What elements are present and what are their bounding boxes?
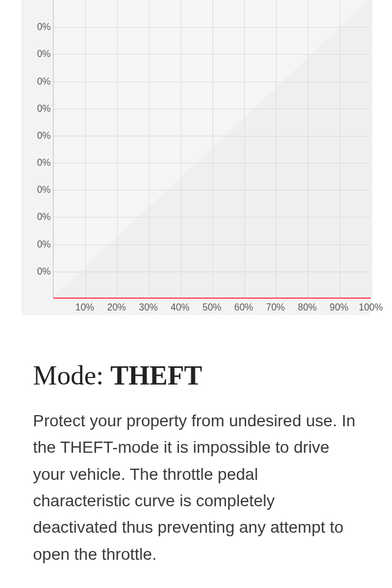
chart-grid-horizontal — [54, 136, 371, 136]
chart-x-tick-label: 80% — [298, 302, 317, 313]
chart-plot-area — [53, 0, 371, 299]
chart-series-line — [54, 298, 371, 299]
mode-heading-prefix: Mode: — [33, 360, 111, 390]
chart-grid-horizontal — [54, 54, 371, 55]
chart-y-tick-label: 0% — [21, 212, 51, 222]
chart-grid-vertical — [340, 0, 340, 298]
chart-x-tick-label: 10% — [75, 302, 94, 313]
chart-grid-horizontal — [54, 245, 371, 245]
throttle-chart: 10%20%30%40%50%60%70%80%90%100%0%0%0%0%0… — [21, 0, 371, 315]
chart-grid-vertical — [371, 0, 372, 298]
chart-y-tick-label: 0% — [21, 49, 51, 59]
chart-x-tick-label: 70% — [266, 302, 285, 313]
chart-grid-horizontal — [54, 82, 371, 82]
chart-grid-vertical — [181, 0, 181, 298]
chart-grid-vertical — [149, 0, 150, 298]
chart-grid-vertical — [276, 0, 277, 298]
chart-y-tick-label: 0% — [21, 158, 51, 168]
chart-grid-horizontal — [54, 109, 371, 109]
chart-y-tick-label: 0% — [21, 131, 51, 141]
chart-grid-horizontal — [54, 163, 371, 163]
chart-x-tick-label: 30% — [139, 302, 158, 313]
chart-x-tick-label: 40% — [171, 302, 190, 313]
chart-x-tick-label: 90% — [330, 302, 348, 313]
chart-grid-vertical — [212, 0, 213, 298]
chart-y-tick-label: 0% — [21, 239, 51, 250]
chart-y-tick-label: 0% — [21, 185, 51, 195]
chart-x-tick-label: 50% — [202, 302, 221, 313]
chart-x-tick-label: 20% — [107, 302, 126, 313]
mode-heading-value: THEFT — [111, 360, 202, 390]
chart-grid-horizontal — [54, 27, 371, 28]
mode-heading: Mode: THEFT — [33, 360, 359, 391]
mode-description: Protect your property from undesired use… — [33, 407, 359, 567]
chart-x-tick-label: 60% — [234, 302, 253, 313]
chart-grid-horizontal — [54, 217, 371, 218]
chart-grid-horizontal — [54, 190, 371, 191]
chart-grid-vertical — [117, 0, 118, 298]
chart-y-tick-label: 0% — [21, 76, 51, 87]
chart-grid-vertical — [85, 0, 86, 298]
chart-x-tick-label: 100% — [359, 302, 383, 313]
chart-grid-vertical — [308, 0, 308, 298]
chart-grid-horizontal — [54, 272, 371, 272]
chart-y-tick-label: 0% — [21, 103, 51, 114]
chart-grid-vertical — [244, 0, 245, 298]
chart-y-tick-label: 0% — [21, 22, 51, 32]
chart-y-tick-label: 0% — [21, 266, 51, 277]
